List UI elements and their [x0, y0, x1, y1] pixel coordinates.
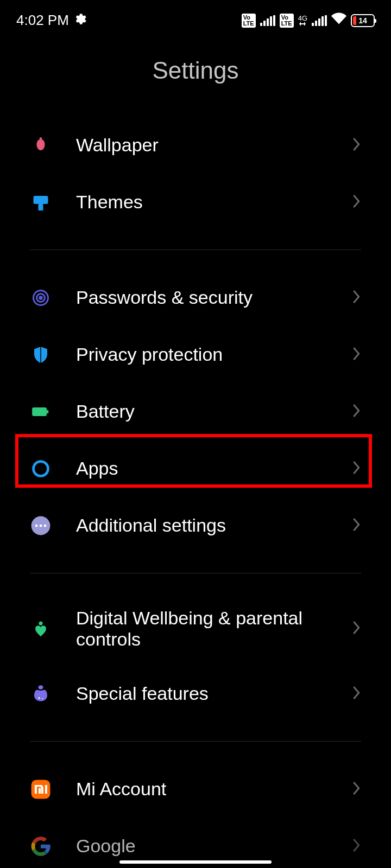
battery-icon [30, 401, 52, 423]
settings-row-mi-account[interactable]: Mi Account [0, 761, 391, 818]
row-label: Special features [76, 683, 351, 704]
divider [30, 250, 361, 250]
row-label: Wallpaper [76, 135, 351, 156]
svg-rect-0 [34, 196, 48, 204]
fingerprint-icon [30, 287, 52, 309]
chevron-right-icon [351, 838, 361, 855]
home-indicator[interactable] [119, 860, 272, 864]
status-right: VoLTE VoLTE 4G 14 [242, 11, 375, 30]
special-icon [30, 683, 52, 705]
chevron-right-icon [351, 137, 361, 154]
wallpaper-icon [30, 135, 52, 156]
wellbeing-icon [30, 618, 52, 640]
chevron-right-icon [351, 460, 361, 477]
apps-icon [30, 458, 52, 480]
battery-icon: 14 [351, 14, 375, 27]
row-label: Passwords & security [76, 287, 351, 308]
chevron-right-icon [351, 194, 361, 211]
row-label: Mi Account [76, 778, 351, 800]
svg-point-14 [39, 697, 40, 699]
settings-row-additional[interactable]: Additional settings [0, 497, 391, 554]
svg-rect-5 [32, 407, 47, 416]
row-label: Privacy protection [76, 344, 351, 365]
chevron-right-icon [351, 346, 361, 363]
svg-point-9 [35, 524, 38, 527]
status-bar: 4:02 PM VoLTE VoLTE 4G 14 [0, 0, 391, 35]
signal-icon-1 [260, 15, 275, 26]
svg-rect-6 [47, 410, 48, 413]
svg-point-11 [44, 524, 47, 527]
divider [30, 741, 361, 742]
row-label: Themes [76, 192, 351, 213]
svg-point-15 [42, 698, 43, 699]
settings-row-privacy[interactable]: Privacy protection [0, 326, 391, 383]
signal-icon-2 [312, 15, 327, 26]
themes-icon [30, 192, 52, 213]
settings-row-special[interactable]: Special features [0, 665, 391, 722]
chevron-right-icon [351, 781, 361, 798]
settings-row-themes[interactable]: Themes [0, 174, 391, 231]
chevron-right-icon [351, 685, 361, 703]
settings-running-icon [74, 12, 86, 29]
settings-row-wallpaper[interactable]: Wallpaper [0, 117, 391, 174]
svg-point-13 [39, 685, 43, 690]
settings-row-wellbeing[interactable]: Digital Wellbeing & parental controls [0, 592, 391, 665]
settings-row-passwords[interactable]: Passwords & security [0, 269, 391, 326]
row-label: Digital Wellbeing & parental controls [76, 608, 351, 650]
google-icon [30, 835, 52, 857]
divider [30, 573, 361, 573]
page-title: Settings [0, 35, 391, 117]
chevron-right-icon [351, 620, 361, 637]
more-icon [30, 515, 52, 537]
row-label: Additional settings [76, 515, 351, 536]
settings-list: Wallpaper Themes Passwords & security Pr… [0, 117, 391, 868]
row-label: Google [76, 835, 351, 857]
svg-point-7 [37, 465, 45, 472]
row-label: Battery [76, 401, 351, 422]
mi-icon [30, 778, 52, 800]
chevron-right-icon [351, 289, 361, 307]
chevron-right-icon [351, 403, 361, 420]
network-type: 4G [298, 15, 307, 26]
svg-point-10 [40, 524, 42, 527]
volte-icon-2: VoLTE [280, 14, 294, 28]
volte-icon-1: VoLTE [242, 14, 256, 28]
svg-rect-1 [39, 204, 43, 210]
settings-row-apps[interactable]: Apps [0, 440, 391, 497]
svg-point-12 [39, 622, 42, 626]
status-time: 4:02 PM [16, 12, 69, 29]
svg-point-4 [40, 296, 42, 299]
wifi-icon [331, 11, 346, 30]
chevron-right-icon [351, 517, 361, 534]
settings-row-battery[interactable]: Battery [0, 383, 391, 440]
row-label: Apps [76, 458, 351, 479]
status-left: 4:02 PM [16, 12, 86, 29]
shield-icon [30, 344, 52, 366]
